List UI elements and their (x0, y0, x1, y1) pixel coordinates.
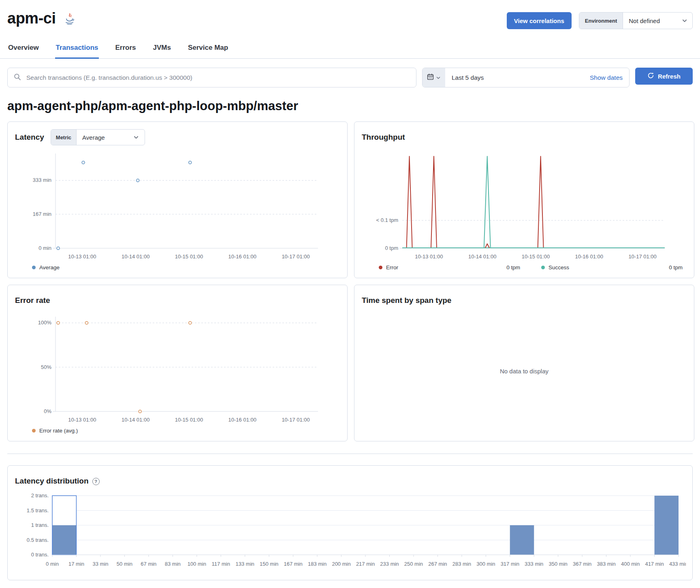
data-point (189, 322, 192, 324)
x-tick-label: 367 min (573, 561, 591, 567)
legend-item-average[interactable]: Average (32, 264, 60, 271)
throughput-panel-head: Throughput (362, 129, 687, 145)
legend-item-error-rate-avg-[interactable]: Error rate (avg.) (32, 428, 78, 434)
x-tick-label: 10-15 01:00 (175, 417, 203, 423)
y-tick-label: < 0.1 tpm (376, 217, 398, 223)
tab-jvms[interactable]: JVMs (152, 40, 172, 59)
x-tick-label: 10-15 01:00 (522, 254, 550, 260)
error-rate-panel-head: Error rate (15, 292, 340, 309)
tab-transactions[interactable]: Transactions (55, 40, 99, 59)
x-tick-label: 183 min (308, 561, 327, 567)
throughput-title: Throughput (362, 133, 405, 142)
date-picker-calendar-button[interactable] (423, 68, 445, 87)
metric-label: Metric (51, 130, 77, 145)
search-transactions-box (7, 68, 416, 87)
data-point (189, 161, 192, 164)
series-spike (538, 156, 544, 248)
java-cup-icon (64, 13, 75, 27)
x-tick-label: 217 min (356, 561, 375, 567)
series-spike (484, 156, 491, 248)
y-tick-label: 167 min (33, 211, 51, 217)
apm-transactions-page: apm-ci View correlations Environment Not… (0, 0, 700, 586)
y-tick-label: 1.5 trans. (27, 507, 49, 513)
x-tick-label: 167 min (284, 561, 302, 567)
service-name-title: apm-ci (7, 10, 55, 27)
calendar-icon (427, 73, 434, 82)
x-tick-label: 283 min (452, 561, 471, 567)
x-tick-label: 0 min (46, 561, 59, 567)
x-tick-label: 400 min (621, 561, 640, 567)
view-correlations-button[interactable]: View correlations (507, 12, 572, 29)
error-rate-plot: 0%50%100%10-13 01:0010-14 01:0010-15 01:… (15, 310, 340, 425)
chevron-down-icon (436, 75, 441, 80)
histogram-bar (52, 525, 76, 555)
latency-legend: Average (15, 264, 340, 271)
x-tick-label: 10-13 01:00 (415, 254, 443, 260)
service-title-wrap: apm-ci (7, 9, 75, 27)
x-tick-label: 117 min (212, 561, 230, 567)
x-tick-label: 10-14 01:00 (468, 254, 496, 260)
latency-chart[interactable]: 0 min167 min333 min10-13 01:0010-14 01:0… (15, 147, 340, 264)
x-tick-label: 333 min (525, 561, 543, 567)
legend-value: 0 tpm (669, 264, 683, 271)
metric-value: Average (82, 134, 105, 141)
latency-panel: Latency Metric Average 0 min167 min333 m… (7, 121, 348, 278)
horizontal-rule (7, 454, 693, 454)
x-tick-label: 317 min (501, 561, 519, 567)
y-tick-label: 0 min (38, 245, 51, 251)
legend-item-error[interactable]: Error0 tpm (379, 264, 520, 271)
refresh-label: Refresh (658, 73, 681, 80)
x-tick-label: 250 min (404, 561, 423, 567)
tab-errors[interactable]: Errors (114, 40, 137, 59)
latency-plot: 0 min167 min333 min10-13 01:0010-14 01:0… (15, 147, 340, 262)
y-tick-label: 2 trans. (31, 492, 49, 499)
refresh-button[interactable]: Refresh (635, 68, 693, 85)
x-tick-label: 10-16 01:00 (228, 417, 256, 423)
legend-dot (541, 266, 545, 269)
legend-dot (379, 266, 382, 269)
y-tick-label: 50% (41, 364, 51, 370)
x-tick-label: 150 min (260, 561, 278, 567)
latency-title: Latency (15, 133, 44, 142)
latency-distribution-title: Latency distribution (15, 477, 89, 486)
span-type-panel-head: Time spent by span type (362, 292, 687, 309)
x-tick-label: 33 min (92, 561, 108, 567)
chevron-down-icon (682, 18, 692, 23)
legend-value: 0 tpm (506, 264, 520, 271)
legend-item-success[interactable]: Success0 tpm (541, 264, 683, 271)
y-tick-label: 333 min (33, 177, 51, 183)
search-input[interactable] (26, 74, 410, 82)
y-tick-label: 0.5 trans. (27, 537, 49, 543)
controls-row: Last 5 days Show dates Refresh (7, 68, 693, 87)
x-tick-label: 10-14 01:00 (122, 254, 149, 260)
environment-select[interactable]: Environment Not defined (579, 12, 693, 29)
metric-select[interactable]: Metric Average (51, 129, 145, 145)
latency-distribution-chart[interactable]: 0 trans.0.5 trans.1 trans.1.5 trans.2 tr… (15, 491, 685, 573)
x-tick-label: 10-17 01:00 (282, 417, 309, 423)
throughput-chart[interactable]: 0 tpm< 0.1 tpm10-13 01:0010-14 01:0010-1… (362, 147, 687, 264)
x-tick-label: 433 min (669, 561, 686, 567)
latency-distribution-head: Latency distribution ? (15, 473, 685, 489)
data-point (137, 179, 139, 182)
x-tick-label: 50 min (117, 561, 132, 567)
date-range-value[interactable]: Last 5 days (445, 74, 583, 81)
tab-overview[interactable]: Overview (7, 40, 40, 59)
data-point (57, 247, 60, 250)
chevron-down-icon (133, 134, 139, 140)
x-tick-label: 10-13 01:00 (68, 417, 96, 423)
x-tick-label: 10-15 01:00 (175, 254, 203, 260)
throughput-legend: Error0 tpmSuccess0 tpm (362, 264, 687, 271)
charts-grid: Latency Metric Average 0 min167 min333 m… (7, 121, 693, 441)
legend-label: Average (39, 264, 60, 271)
tab-service-map[interactable]: Service Map (187, 40, 229, 59)
data-point (57, 322, 60, 324)
topbar: apm-ci View correlations Environment Not… (7, 9, 693, 29)
show-dates-button[interactable]: Show dates (583, 74, 629, 81)
help-icon[interactable]: ? (92, 478, 100, 485)
error-rate-legend: Error rate (avg.) (15, 428, 340, 434)
error-rate-chart[interactable]: 0%50%100%10-13 01:0010-14 01:0010-15 01:… (15, 310, 340, 427)
legend-label: Error rate (avg.) (39, 428, 78, 434)
latency-panel-head: Latency Metric Average (15, 129, 340, 145)
x-tick-label: 233 min (380, 561, 399, 567)
y-tick-label: 0 tpm (385, 245, 398, 251)
